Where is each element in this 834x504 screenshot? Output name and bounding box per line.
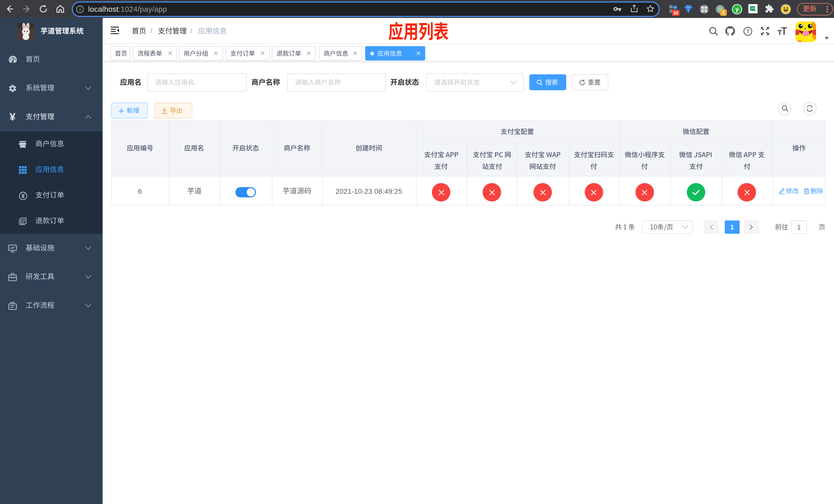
svg-text:y: y [736,6,739,12]
svg-text:?: ? [746,28,749,34]
